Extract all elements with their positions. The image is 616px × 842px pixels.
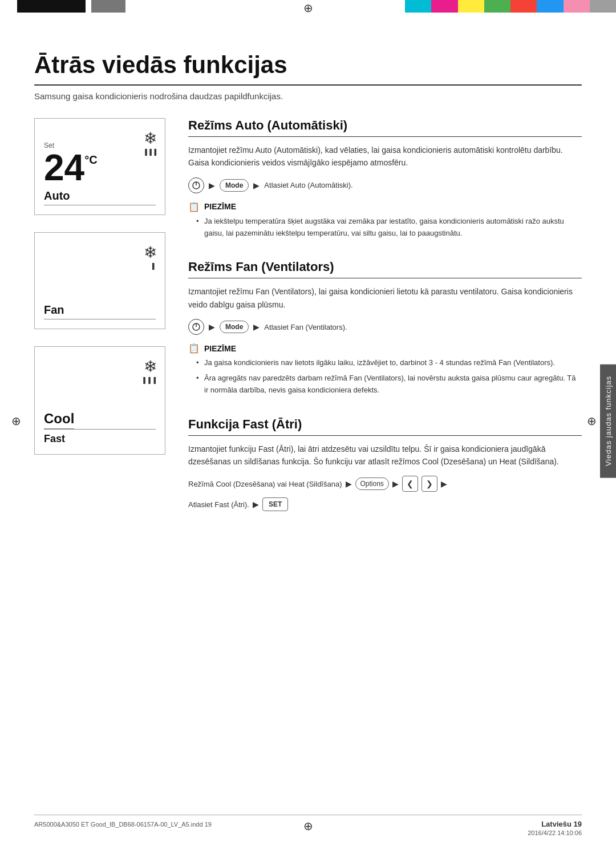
fan-note-header: 📋 PIEZĪME [188, 343, 582, 354]
arrow-2: ▶ [253, 181, 260, 190]
fan-bars-icon: ▐▐▐ [143, 149, 157, 155]
auto-note-item-1: Ja iekštelpu temperatūra šķiet augstāka … [196, 216, 582, 240]
arrow-3: ▶ [209, 322, 215, 331]
reg-mark-left: ⊕ [11, 414, 21, 428]
footer-lang: Latviešu [541, 820, 572, 828]
options-btn[interactable]: Options [355, 477, 389, 490]
fast-sub-label: Fast [44, 433, 156, 445]
fast-step-row-1: Režīmā Cool (Dzesēšana) vai Heat (Sildīš… [188, 476, 582, 492]
auto-mode-label: Auto [44, 189, 156, 205]
fan-note-item-1: Ja gaisa kondicionieris nav lietots ilgā… [196, 357, 582, 369]
fast-step-row-2: Atlasiet Fast (Ātri). ▶ SET [188, 497, 582, 511]
fan-note-title: PIEZĪME [204, 344, 236, 353]
set-btn[interactable]: SET [262, 497, 288, 511]
fan-mode-label: Fan [44, 303, 64, 316]
fan-note-item-2: Āra agregāts nav paredzēts darbam režīmā… [196, 373, 582, 396]
mode-btn-fan[interactable]: Mode [220, 321, 249, 333]
section-auto-body: Izmantojiet režīmu Auto (Automātiski), k… [188, 144, 582, 169]
section-auto: Režīms Auto (Automātiski) Izmantojiet re… [188, 118, 582, 239]
page-subtitle: Samsung gaisa kondicionieris nodrošina d… [34, 91, 582, 101]
section-fast: Funkcija Fast (Ātri) Izmantojiet funkcij… [188, 417, 582, 512]
arrow-4: ▶ [253, 322, 260, 331]
footer-page-num: 19 [574, 820, 582, 828]
auto-note-box: 📋 PIEZĪME Ja iekštelpu temperatūra šķiet… [188, 201, 582, 240]
note-icon-auto: 📋 [188, 201, 200, 212]
auto-fan-icon: ❄ [144, 129, 157, 148]
page-title-area: Ātrās viedās funkcijas Samsung gaisa kon… [34, 51, 582, 101]
color-gray [590, 0, 616, 13]
color-red [510, 0, 537, 13]
auto-step-row: ▶ Mode ▶ Atlasiet Auto (Automātiski). [188, 177, 582, 193]
fast-step-line2: Atlasiet Fast (Ātri). [188, 500, 249, 509]
footer-date: 2016/4/22 14:10:06 [528, 829, 582, 836]
top-gray-block [91, 0, 125, 13]
color-blue [537, 0, 563, 13]
side-tab: Viedas jaudas funkcijas [600, 365, 616, 478]
reg-mark-bottom-center: ⊕ [303, 819, 313, 833]
section-fan-body: Izmantojiet režīmu Fan (Ventilators), la… [188, 285, 582, 311]
footer-left-text: AR5000&A3050 ET Good_IB_DB68-06157A-00_L… [34, 821, 212, 828]
fan-step-row: ▶ Mode ▶ Atlasiet Fan (Ventilators). [188, 319, 582, 335]
cool-device-box: ❄ ▐▐▐ Cool Fast [34, 346, 165, 455]
auto-device-box: ❄ ▐▐▐ Set 24 °C Auto [34, 118, 165, 215]
arrow-fast-1: ▶ [346, 479, 352, 488]
page-wrapper: ⊕ Viedas jaudas funkcijas ⊕ Ātrās viedās… [0, 0, 616, 842]
nav-left-btn[interactable]: ❮ [402, 476, 418, 492]
right-column: Režīms Auto (Automātiski) Izmantojiet re… [188, 118, 582, 532]
cool-label: Cool [44, 411, 74, 429]
note-icon-fan: 📋 [188, 343, 200, 354]
arrow-fast-2: ▶ [392, 479, 399, 488]
color-bar-top [405, 0, 616, 13]
fan-bars-icon-2: ▌ [152, 263, 157, 269]
auto-temp-value: 24 [44, 149, 84, 186]
auto-temp-display: 24 °C [44, 149, 156, 186]
section-auto-title: Režīms Auto (Automātiski) [188, 118, 582, 137]
cool-label-wrapper: Cool [44, 411, 156, 430]
nav-right-btn[interactable]: ❯ [422, 476, 437, 492]
color-cyan [405, 0, 431, 13]
top-black-block-1 [17, 0, 86, 13]
fast-step-line1: Režīmā Cool (Dzesēšana) vai Heat (Sildīš… [188, 480, 342, 488]
section-fan-title: Režīms Fan (Ventilators) [188, 260, 582, 278]
section-fast-body: Izmantojiet funkciju Fast (Ātri), lai āt… [188, 443, 582, 468]
auto-note-header: 📋 PIEZĪME [188, 201, 582, 212]
fan-note-list: Ja gaisa kondicionieris nav lietots ilgā… [188, 357, 582, 396]
auto-box-inner: Set 24 °C [44, 141, 156, 186]
auto-temp-degree: °C [84, 154, 97, 165]
color-green [484, 0, 510, 13]
cool-fan-icon: ❄ [144, 357, 157, 376]
color-magenta [431, 0, 457, 13]
reg-mark-right: ⊕ [587, 414, 597, 428]
arrow-1: ▶ [209, 181, 215, 190]
page-title: Ātrās viedās funkcijas [34, 51, 582, 86]
cool-fan-bars: ▐▐▐ [141, 377, 157, 383]
section-fan: Režīms Fan (Ventilators) Izmantojiet rež… [188, 260, 582, 396]
left-column: ❄ ▐▐▐ Set 24 °C Auto ❄ ▌ [34, 118, 165, 455]
fast-step-container: Režīmā Cool (Dzesēšana) vai Heat (Sildīš… [188, 476, 582, 511]
arrow-fast-3: ▶ [441, 479, 447, 488]
fan-step-label: Atlasiet Fan (Ventilators). [264, 323, 347, 331]
auto-step-label: Atlasiet Auto (Automātiski). [264, 181, 352, 189]
main-layout: ❄ ▐▐▐ Set 24 °C Auto ❄ ▌ [34, 118, 582, 532]
side-tab-text: Viedas jaudas funkcijas [604, 376, 613, 467]
fan-note-box: 📋 PIEZĪME Ja gaisa kondicionieris nav li… [188, 343, 582, 396]
auto-note-title: PIEZĪME [204, 202, 236, 211]
fan-icon-large: ❄ [144, 243, 157, 262]
color-pink [564, 0, 590, 13]
color-yellow [458, 0, 484, 13]
fan-label-wrapper: Fan [44, 303, 156, 319]
section-fast-title: Funkcija Fast (Ātri) [188, 417, 582, 436]
cool-box-inner: Cool Fast [44, 411, 156, 445]
fan-device-box: ❄ ▌ Fan [34, 232, 165, 329]
mode-btn-auto[interactable]: Mode [220, 179, 249, 192]
power-btn-auto[interactable] [188, 177, 204, 193]
auto-note-list: Ja iekštelpu temperatūra šķiet augstāka … [188, 216, 582, 240]
power-btn-fan[interactable] [188, 319, 204, 335]
arrow-fast-4: ▶ [253, 500, 259, 509]
footer-page-label: Latviešu 19 [541, 820, 582, 828]
reg-mark-top-center: ⊕ [303, 1, 313, 15]
